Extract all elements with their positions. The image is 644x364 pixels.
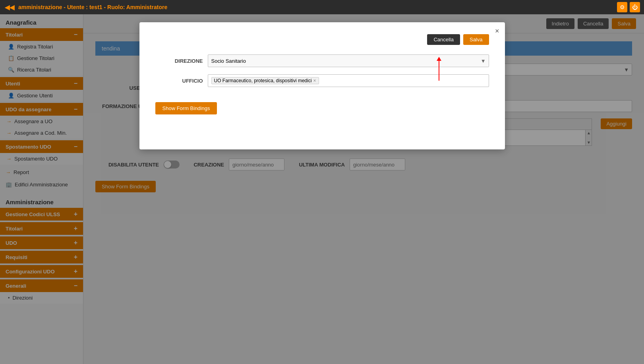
red-arrow-annotation bbox=[437, 57, 441, 81]
app-title: amministrazione - Utente : test1 - Ruolo… bbox=[18, 4, 167, 10]
modal-direzione-select[interactable]: Socio Sanitario bbox=[208, 54, 489, 67]
modal-actions: Cancella Salva bbox=[155, 34, 489, 45]
settings-button[interactable]: ⚙ bbox=[617, 2, 627, 12]
modal-cancella-button[interactable]: Cancella bbox=[427, 34, 460, 45]
red-arrow-head bbox=[437, 57, 441, 61]
modal-dialog: × Cancella Salva DIREZIONE Socio Sanitar… bbox=[139, 22, 505, 149]
modal-ufficio-tag-remove[interactable]: × bbox=[313, 78, 316, 83]
modal-close-button[interactable]: × bbox=[495, 27, 499, 35]
red-arrow-line bbox=[439, 61, 439, 81]
top-icons: ⚙ ⏻ bbox=[617, 2, 640, 12]
nav-arrow-icon: ◀◀ bbox=[5, 4, 14, 11]
modal-ufficio-tag: UO Farmaceutico, protesica, dispositivi … bbox=[211, 77, 319, 84]
modal-direzione-select-wrapper: Socio Sanitario ▼ bbox=[208, 54, 489, 67]
modal-ufficio-tag-text: UO Farmaceutico, protesica, dispositivi … bbox=[214, 78, 312, 83]
modal-show-bindings-button[interactable]: Show Form Bindings bbox=[155, 102, 217, 114]
modal-salva-button[interactable]: Salva bbox=[463, 34, 489, 45]
modal-ufficio-label: UFFICIO bbox=[155, 78, 203, 84]
top-bar: ◀◀ amministrazione - Utente : test1 - Ru… bbox=[0, 0, 644, 14]
modal-direzione-label: DIREZIONE bbox=[155, 58, 203, 64]
power-button[interactable]: ⏻ bbox=[630, 2, 640, 12]
modal-ufficio-tag-input: UO Farmaceutico, protesica, dispositivi … bbox=[208, 74, 489, 87]
modal-overlay: × Cancella Salva DIREZIONE Socio Sanitar… bbox=[0, 14, 644, 364]
